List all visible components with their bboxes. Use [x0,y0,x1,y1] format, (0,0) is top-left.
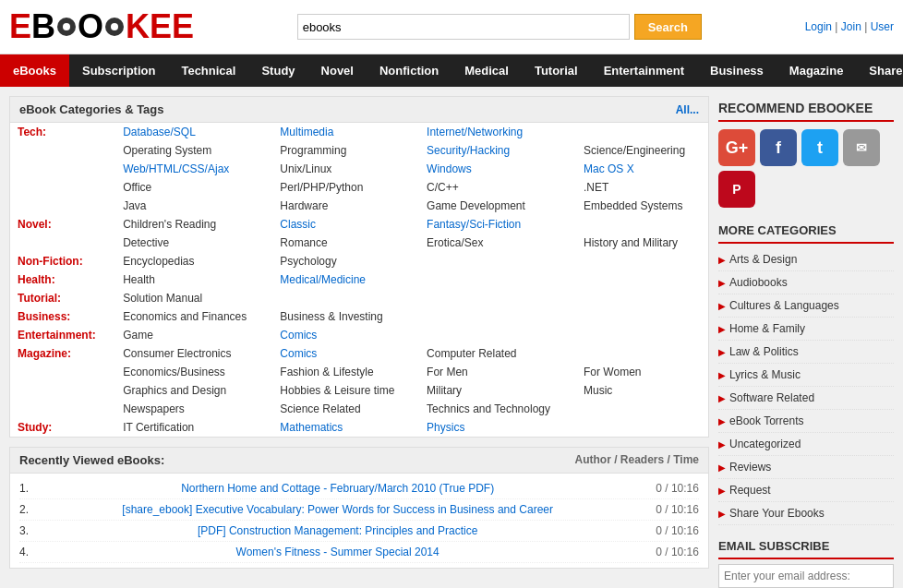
sidebar-item-label: eBook Torrents [729,414,804,427]
pinterest-icon[interactable]: P [718,171,755,208]
arrow-icon: ▶ [718,278,726,288]
arrow-icon: ▶ [718,324,726,334]
cat-web[interactable]: Web/HTML/CSS/Ajax [123,162,229,175]
search-area: Search [297,14,702,40]
cat-label-entertainment: Entertainment: [10,326,115,344]
sidebar-item-home-family[interactable]: ▶ Home & Family [718,318,894,341]
nav-technical[interactable]: Technical [168,54,248,87]
arrow-icon: ▶ [718,393,726,403]
nav-business[interactable]: Business [697,54,777,87]
arrow-icon: ▶ [718,439,726,450]
cat-music: Music [576,381,708,400]
facebook-icon[interactable]: f [760,129,797,166]
cat-windows[interactable]: Windows [427,162,472,175]
sidebar-item-lyrics[interactable]: ▶ Lyrics & Music [718,364,894,387]
cat-c: C/C++ [419,178,576,197]
cat-comics[interactable]: Comics [280,329,317,342]
sidebar-item-uncategorized[interactable]: ▶ Uncategorized [718,433,894,456]
cat-technics: Technics and Technology [419,400,576,418]
twitter-icon[interactable]: t [801,129,838,166]
cat-fantasy[interactable]: Fantasy/Sci-Fiction [427,218,521,231]
sidebar-item-torrents[interactable]: ▶ eBook Torrents [718,410,894,433]
search-button[interactable]: Search [634,14,702,40]
cat-label-study: Study: [10,418,115,437]
table-row: Office Perl/PHP/Python C/C++ .NET [10,178,708,197]
table-row: Graphics and Design Hobbies & Leisure ti… [10,381,708,400]
cat-security[interactable]: Security/Hacking [427,144,510,157]
cat-unix: Unix/Linux [272,160,419,178]
login-link[interactable]: Login [805,20,832,33]
list-item-stat: 0 / 10:16 [656,503,699,516]
list-item-link[interactable]: Northern Home and Cottage - February/Mar… [181,482,494,495]
cat-computer: Computer Related [419,344,576,363]
cat-os: Operating System [115,141,272,160]
nav-entertainment[interactable]: Entertainment [591,54,697,87]
site-logo[interactable]: E B O K E E [9,7,194,46]
sidebar-item-software[interactable]: ▶ Software Related [718,387,894,410]
nav-study[interactable]: Study [248,54,307,87]
sidebar-item-arts[interactable]: ▶ Arts & Design [718,248,894,271]
cat-bizinvest: Business & Investing [272,307,419,326]
cat-medicine[interactable]: Medical/Medicine [280,273,366,286]
table-row: Operating System Programming Security/Ha… [10,141,708,160]
user-link[interactable]: User [871,20,894,33]
cat-math[interactable]: Mathematics [280,421,343,434]
email-icon[interactable]: ✉ [843,129,880,166]
list-item-link[interactable]: [PDF] Construction Management: Principle… [198,524,477,537]
cat-physics[interactable]: Physics [427,421,464,434]
nav-share[interactable]: Share! [856,54,903,87]
cat-classic[interactable]: Classic [280,218,316,231]
list-item-index: 4. [19,546,29,558]
cat-multimedia[interactable]: Multimedia [280,126,333,138]
nav-subscription[interactable]: Subscription [69,54,168,87]
site-header: E B O K E E Search Login | Join | User [0,0,903,54]
cat-label-nonfiction: Non-Fiction: [10,252,115,270]
list-item-stat: 0 / 10:16 [656,524,699,537]
list-item: 3. [PDF] Construction Management: Princi… [19,521,699,542]
nav-novel[interactable]: Novel [308,54,367,87]
list-item-stat: 0 / 10:16 [656,482,699,495]
email-subscribe-title: EMAIL SUBSCRIBE [718,534,894,559]
left-column: eBook Categories & Tags All... Tech: Dat… [9,96,709,588]
cat-erotica: Erotica/Sex [419,234,576,252]
join-link[interactable]: Join [841,20,861,33]
logo-icon2 [105,18,124,36]
list-item-link[interactable]: Women's Fitness - Summer Special 2014 [236,546,439,558]
categories-all-link[interactable]: All... [676,103,699,116]
cat-childrens: Children's Reading [115,215,272,234]
sidebar-item-reviews[interactable]: ▶ Reviews [718,456,894,479]
sidebar-item-label: Uncategorized [729,438,801,450]
sidebar-item-law[interactable]: ▶ Law & Politics [718,341,894,364]
sidebar-item-label: Home & Family [729,322,805,335]
cat-newspapers: Newspapers [115,400,272,418]
sidebar-item-audiobooks[interactable]: ▶ Audiobooks [718,271,894,294]
cat-database[interactable]: Database/SQL [123,126,196,138]
cat-macos[interactable]: Mac OS X [584,162,634,175]
categories-title: eBook Categories & Tags [19,102,164,116]
more-categories-title: MORE CATEGORIES [718,219,894,244]
list-item-stat: 0 / 10:16 [656,546,699,558]
nav-ebooks[interactable]: eBooks [0,54,69,87]
cat-internet[interactable]: Internet/Networking [427,126,523,138]
sidebar-item-request[interactable]: ▶ Request [718,479,894,502]
table-row: Newspapers Science Related Technics and … [10,400,708,418]
table-row: Study: IT Certification Mathematics Phys… [10,418,708,437]
list-item-link[interactable]: [share_ebook] Executive Vocabulary: Powe… [122,503,553,516]
search-input[interactable] [297,14,630,40]
nav-magazine[interactable]: Magazine [777,54,857,87]
sidebar-item-share-ebooks[interactable]: ▶ Share Your Ebooks [718,502,894,525]
nav-medical[interactable]: Medical [452,54,522,87]
cat-comics2[interactable]: Comics [280,347,317,360]
arrow-icon: ▶ [718,416,726,426]
email-subscribe-input[interactable] [718,564,894,588]
table-row: Business: Economics and Finances Busines… [10,307,708,326]
google-plus-icon[interactable]: G+ [718,129,755,166]
sidebar-item-cultures[interactable]: ▶ Cultures & Languages [718,294,894,318]
top-links: Login | Join | User [805,20,894,33]
nav-nonfiction[interactable]: Nonfiction [367,54,452,87]
nav-tutorial[interactable]: Tutorial [522,54,591,87]
table-row: Economics/Business Fashion & Lifestyle F… [10,363,708,381]
table-row: Web/HTML/CSS/Ajax Unix/Linux Windows Mac… [10,160,708,178]
cat-romance: Romance [272,234,419,252]
recommend-title: RECOMMEND EBOOKEE [718,96,894,122]
